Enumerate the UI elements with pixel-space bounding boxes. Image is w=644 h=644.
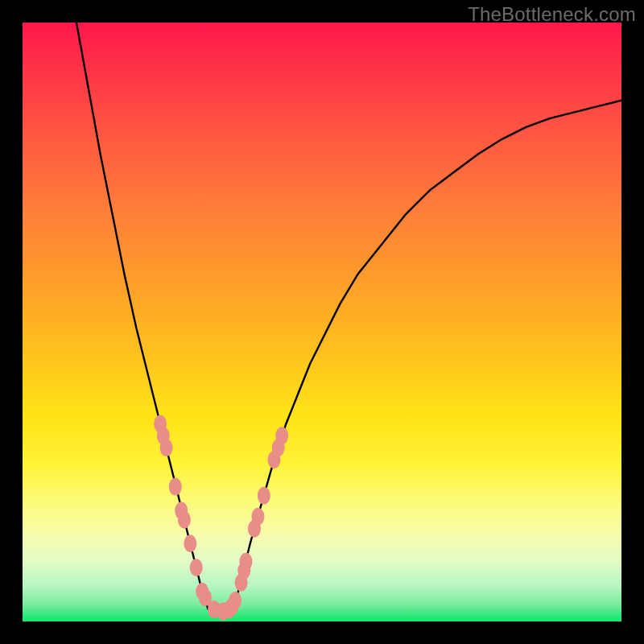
data-point [169,478,182,496]
data-point [190,559,203,576]
data-point [251,508,264,526]
data-point-markers [154,415,288,620]
chart-svg [23,23,621,621]
data-point [160,439,173,456]
curve-right-branch [232,101,621,609]
data-point [229,592,242,609]
data-point [178,511,191,529]
data-point [240,553,253,571]
data-point [275,427,288,444]
chart-plot-area [23,23,621,621]
data-point [184,535,196,552]
data-point [258,487,270,505]
